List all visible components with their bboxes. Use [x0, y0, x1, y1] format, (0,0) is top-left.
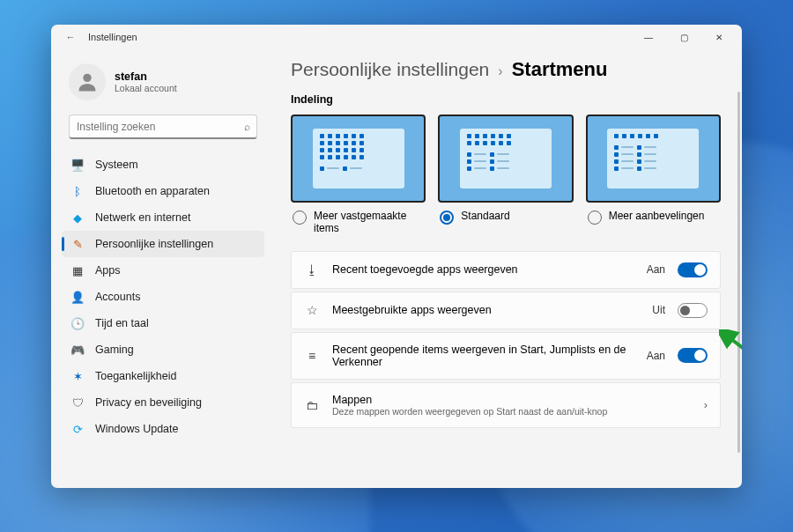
setting-subtitle: Deze mappen worden weergegeven op Start … — [332, 406, 692, 417]
layout-option-more-pinned[interactable]: Meer vastgemaakte items — [291, 115, 426, 242]
toggle-switch[interactable] — [678, 262, 708, 277]
setting-row[interactable]: ⭳ Recent toegevoegde apps weergevenAan — [291, 251, 721, 289]
nav-label: Persoonlijke instellingen — [95, 238, 213, 250]
scrollbar[interactable] — [737, 92, 740, 453]
page-title: Startmenu — [512, 58, 608, 81]
nav-label: Tijd en taal — [95, 317, 149, 329]
setting-title: Recent geopende items weergeven in Start… — [332, 344, 634, 368]
sidebar-item-windows-update[interactable]: ⟳Windows Update — [62, 416, 264, 442]
search-icon: ⌕ — [244, 121, 250, 133]
profile-block[interactable]: stefan Lokaal account — [62, 58, 264, 113]
main-content: Persoonlijke instellingen › Startmenu In… — [270, 49, 742, 488]
sidebar-item-apps[interactable]: ▦Apps — [62, 257, 264, 284]
nav-label: Toegankelijkheid — [95, 370, 176, 382]
breadcrumb-parent[interactable]: Persoonlijke instellingen — [291, 59, 489, 80]
nav-icon: ✶ — [70, 369, 85, 383]
layout-label: Standaard — [461, 210, 509, 222]
setting-icon: ≡ — [304, 349, 320, 363]
sidebar-item-bluetooth-en-apparaten[interactable]: ᛒBluetooth en apparaten — [62, 178, 264, 204]
sidebar-item-toegankelijkheid[interactable]: ✶Toegankelijkheid — [62, 363, 264, 389]
nav-icon: 🛡 — [70, 395, 85, 410]
back-button[interactable]: ← — [63, 32, 78, 42]
nav-label: Systeem — [95, 159, 138, 171]
setting-icon: ☆ — [304, 303, 320, 317]
setting-row[interactable]: 🗀 MappenDeze mappen worden weergegeven o… — [291, 382, 721, 428]
profile-subtitle: Lokaal account — [115, 83, 177, 93]
nav-label: Apps — [95, 264, 121, 277]
titlebar: ← Instellingen — ▢ ✕ — [51, 25, 742, 49]
layout-option-more-reco[interactable]: Meer aanbevelingen — [586, 115, 721, 242]
chevron-right-icon: › — [704, 398, 708, 411]
nav-label: Bluetooth en apparaten — [95, 185, 210, 197]
settings-window: ← Instellingen — ▢ ✕ stefan Lokaal accou… — [51, 25, 742, 488]
radio-button[interactable] — [588, 211, 602, 225]
nav-label: Netwerk en internet — [95, 211, 190, 224]
profile-name: stefan — [115, 70, 177, 83]
toggle-state: Aan — [647, 263, 665, 276]
nav-icon: 🕒 — [70, 316, 85, 330]
sidebar-item-persoonlijke-instellingen[interactable]: ✎Persoonlijke instellingen — [62, 231, 264, 257]
sidebar-item-tijd-en-taal[interactable]: 🕒Tijd en taal — [62, 310, 264, 336]
radio-button[interactable] — [293, 211, 307, 225]
toggle-switch[interactable] — [678, 303, 708, 318]
minimize-button[interactable]: — — [631, 25, 666, 49]
chevron-right-icon: › — [498, 63, 502, 79]
layout-option-default[interactable]: Standaard — [438, 115, 573, 242]
nav-label: Gaming — [95, 344, 134, 356]
setting-icon: ⭳ — [304, 262, 320, 277]
nav-icon: ᛒ — [70, 184, 85, 198]
nav-icon: 👤 — [70, 290, 85, 304]
sidebar-item-gaming[interactable]: 🎮Gaming — [62, 336, 264, 363]
setting-title: Recent toegevoegde apps weergeven — [332, 263, 634, 276]
maximize-button[interactable]: ▢ — [666, 25, 701, 49]
layout-preview — [586, 115, 721, 203]
radio-button[interactable] — [440, 211, 454, 225]
nav-icon: ▦ — [70, 263, 85, 277]
toggle-state: Uit — [652, 304, 665, 316]
toggle-switch[interactable] — [678, 348, 708, 363]
setting-icon: 🗀 — [304, 398, 320, 412]
sidebar: stefan Lokaal account ⌕ 🖥️SysteemᛒBlueto… — [51, 49, 270, 488]
setting-title: Meestgebruikte apps weergeven — [332, 304, 640, 316]
setting-title: Mappen — [332, 394, 692, 406]
nav-icon: ✎ — [70, 237, 85, 251]
layout-preview — [291, 115, 426, 203]
sidebar-item-privacy-en-beveiliging[interactable]: 🛡Privacy en beveiliging — [62, 389, 264, 416]
app-title: Instellingen — [88, 32, 631, 42]
sidebar-item-systeem[interactable]: 🖥️Systeem — [62, 151, 264, 178]
nav-icon: 🎮 — [70, 343, 85, 357]
nav-icon: ◆ — [70, 211, 85, 225]
nav-icon: ⟳ — [70, 422, 85, 436]
sidebar-item-netwerk-en-internet[interactable]: ◆Netwerk en internet — [62, 204, 264, 231]
setting-row[interactable]: ≡ Recent geopende items weergeven in Sta… — [291, 332, 721, 380]
sidebar-item-accounts[interactable]: 👤Accounts — [62, 284, 264, 310]
nav-icon: 🖥️ — [70, 158, 85, 172]
avatar — [69, 63, 106, 100]
layout-preview — [438, 115, 573, 203]
setting-row[interactable]: ☆ Meestgebruikte apps weergevenUit — [291, 292, 721, 329]
layout-label: Meer aanbevelingen — [609, 210, 705, 222]
toggle-state: Aan — [647, 350, 665, 362]
close-button[interactable]: ✕ — [701, 25, 737, 49]
section-label: Indeling — [291, 93, 721, 106]
nav-label: Privacy en beveiliging — [95, 396, 202, 409]
layout-label: Meer vastgemaakte items — [314, 210, 424, 235]
nav-label: Windows Update — [95, 423, 179, 435]
breadcrumb: Persoonlijke instellingen › Startmenu — [291, 53, 721, 93]
search-input[interactable] — [69, 115, 257, 139]
nav-label: Accounts — [95, 291, 140, 303]
svg-point-0 — [83, 74, 91, 82]
